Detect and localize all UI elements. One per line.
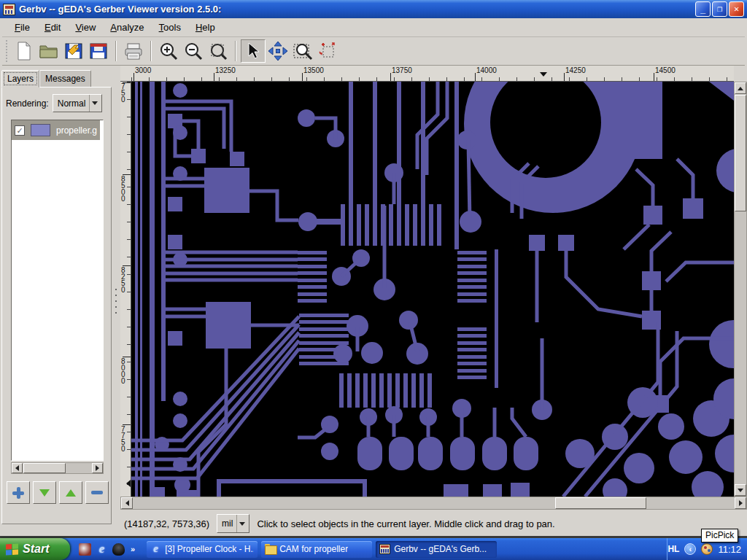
zoom-select-icon <box>293 42 313 61</box>
gerbv-icon <box>379 544 390 554</box>
quick-launch-bar: e » <box>79 543 135 556</box>
picpick-tray-icon[interactable] <box>701 543 713 555</box>
minimize-button[interactable]: _ <box>695 1 711 17</box>
zoom-in-icon <box>159 42 178 61</box>
new-file-button[interactable] <box>12 39 36 63</box>
task-propeller-clock[interactable]: e [3] Propeller Clock - H... <box>147 541 258 558</box>
pointer-icon <box>246 42 260 60</box>
layer-visibility-checkbox[interactable]: ✓ <box>15 125 25 136</box>
restore-button[interactable]: ❐ <box>712 1 727 17</box>
task-cam-folder[interactable]: CAM for propeller <box>261 541 372 558</box>
scrollbar-thumb[interactable] <box>735 95 746 211</box>
pcb-layer-graphic <box>131 82 734 497</box>
measure-tool-button[interactable] <box>315 39 340 63</box>
toolbar-separator <box>150 41 152 61</box>
folder-icon <box>265 544 276 554</box>
toolbar-grip <box>4 40 9 62</box>
language-indicator[interactable]: HL <box>667 544 679 554</box>
layers-panel-body: Rendering: Normal ✓ propeller.g <box>1 87 112 524</box>
layer-list: ✓ propeller.g <box>11 120 104 461</box>
picpick-tooltip: PicPick <box>701 529 738 542</box>
layers-panel: Layers Messages Rendering: Normal ✓ prop… <box>0 66 115 536</box>
canvas-vscrollbar[interactable] <box>734 82 747 497</box>
panel-tabs: Layers Messages <box>1 70 91 88</box>
move-layer-down-button[interactable] <box>33 481 56 504</box>
scroll-down-arrow[interactable] <box>735 484 746 496</box>
chevron-down-icon <box>92 101 98 105</box>
scroll-right-arrow[interactable] <box>735 497 746 509</box>
pointer-tool-button[interactable] <box>241 39 266 63</box>
pan-move-icon <box>268 41 288 61</box>
title-bar: Gerbv -- gEDA's Gerber Viewer version 2.… <box>0 0 747 18</box>
status-message: Click to select objects in the current l… <box>257 518 554 529</box>
units-select[interactable]: mil <box>217 514 249 533</box>
rendering-label: Rendering: <box>6 98 49 109</box>
toolbar <box>2 37 745 66</box>
layer-row[interactable]: ✓ propeller.g <box>12 120 100 140</box>
scroll-up-arrow[interactable] <box>735 82 746 94</box>
cursor-position-marker-h <box>540 72 547 77</box>
zoom-fit-icon <box>209 42 228 61</box>
quicklaunch-inkscape-icon[interactable] <box>112 543 125 556</box>
menu-edit[interactable]: Edit <box>38 20 67 35</box>
tray-collapse-chevron[interactable]: ‹ <box>684 543 696 555</box>
add-layer-button[interactable] <box>7 481 30 504</box>
close-button[interactable]: ✕ <box>729 1 744 17</box>
gerbv-window: Gerbv -- gEDA's Gerber Viewer version 2.… <box>0 0 747 536</box>
panel-splitter-handle[interactable] <box>115 289 118 318</box>
task-gerbv[interactable]: Gerbv -- gEDA's Gerb... <box>376 541 497 558</box>
menu-tools[interactable]: Tools <box>152 20 187 35</box>
gerber-canvas[interactable] <box>131 82 734 497</box>
vertical-ruler: 750 8500 8250 8000 7750 <box>120 82 131 497</box>
arrow-down-icon <box>39 489 50 497</box>
printer-icon <box>124 42 143 60</box>
scroll-left-arrow[interactable] <box>121 497 133 509</box>
start-label: Start <box>23 542 49 556</box>
scrollbar-thumb[interactable] <box>555 497 646 509</box>
windows-flag-icon <box>6 543 18 555</box>
open-folder-icon <box>39 43 58 59</box>
horizontal-ruler: 3000 13250 13500 13750 14000 14250 14500 <box>120 66 734 82</box>
arrow-up-icon <box>66 489 76 497</box>
remove-layer-button[interactable] <box>85 481 109 504</box>
revert-button[interactable] <box>61 39 86 63</box>
open-file-button[interactable] <box>36 39 61 63</box>
zoom-tool-button[interactable] <box>290 39 315 63</box>
gerbv-app-icon <box>3 4 15 15</box>
rendering-select[interactable]: Normal <box>53 94 103 112</box>
quicklaunch-ie-icon[interactable]: e <box>96 543 108 556</box>
zoom-fit-button[interactable] <box>206 39 231 63</box>
plus-icon <box>12 487 24 499</box>
floppy-reload-icon <box>64 42 83 60</box>
taskbar-clock: 11:12 <box>718 544 741 555</box>
start-button[interactable]: Start <box>0 538 70 560</box>
scroll-left-arrow[interactable] <box>12 463 23 473</box>
zoom-out-button[interactable] <box>181 39 206 63</box>
new-file-icon <box>15 42 33 61</box>
layer-name: propeller.g <box>56 125 97 136</box>
minus-icon <box>91 491 103 494</box>
toolbar-separator <box>115 41 117 61</box>
scrollbar-thumb[interactable] <box>23 463 66 473</box>
print-button[interactable] <box>121 39 146 63</box>
pan-tool-button[interactable] <box>266 39 290 63</box>
floppy-save-icon <box>89 42 108 60</box>
menu-view[interactable]: View <box>69 20 102 35</box>
save-button[interactable] <box>86 39 111 63</box>
menu-bar: File Edit View Analyze Tools Help <box>2 18 745 37</box>
layer-list-hscrollbar[interactable] <box>11 462 104 474</box>
menu-analyze[interactable]: Analyze <box>104 20 150 35</box>
canvas-hscrollbar[interactable] <box>120 497 747 510</box>
scroll-right-arrow[interactable] <box>92 463 103 473</box>
zoom-in-button[interactable] <box>156 39 181 63</box>
menu-help[interactable]: Help <box>189 20 222 35</box>
quicklaunch-overflow-chevron[interactable]: » <box>131 545 135 553</box>
ie-icon: e <box>150 544 161 554</box>
cursor-position-marker-v <box>126 480 131 487</box>
tab-messages[interactable]: Messages <box>39 70 91 88</box>
move-layer-up-button[interactable] <box>59 481 82 504</box>
tab-layers[interactable]: Layers <box>1 70 39 88</box>
menu-file[interactable]: File <box>8 20 36 35</box>
quicklaunch-picpick-icon[interactable] <box>79 543 91 556</box>
layer-color-swatch[interactable] <box>31 124 50 136</box>
